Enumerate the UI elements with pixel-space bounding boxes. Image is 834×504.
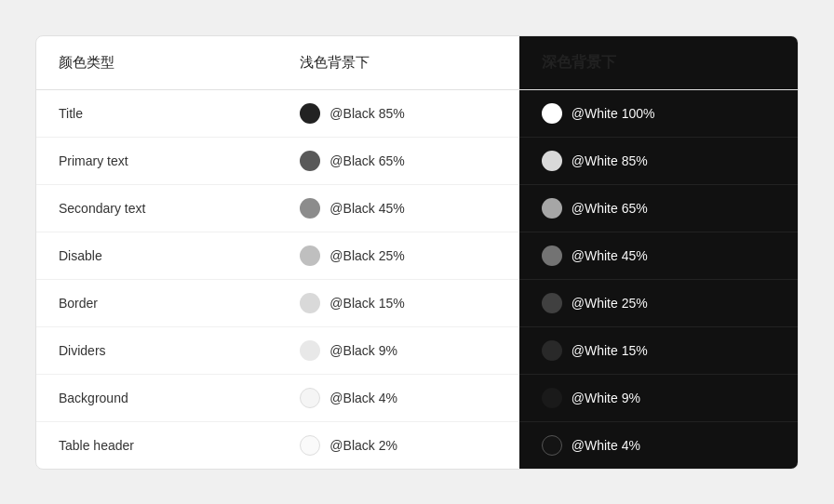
light-value-cell: @Black 9% bbox=[277, 326, 518, 374]
main-table: 颜色类型 浅色背景下 深色背景下 Title@Black 85%@White 1… bbox=[36, 36, 798, 469]
table-row: Table header@Black 2%@White 4% bbox=[36, 421, 798, 469]
dark-color-dot bbox=[542, 388, 562, 408]
light-color-label: @Black 25% bbox=[330, 248, 404, 263]
dark-color-label: @White 25% bbox=[572, 296, 648, 311]
dark-color-dot bbox=[542, 340, 562, 361]
light-color-dot bbox=[300, 151, 320, 171]
dark-color-label: @White 9% bbox=[572, 391, 640, 405]
light-color-label: @Black 2% bbox=[330, 438, 397, 453]
light-color-dot bbox=[300, 293, 320, 313]
dark-color-label: @White 65% bbox=[572, 201, 648, 216]
dark-value-cell: @White 100% bbox=[519, 89, 798, 137]
light-value-cell: @Black 4% bbox=[277, 374, 518, 421]
dark-value-cell: @White 65% bbox=[519, 184, 798, 232]
dark-color-dot bbox=[542, 151, 562, 171]
light-color-label: @Black 45% bbox=[330, 201, 404, 216]
header-type: 颜色类型 bbox=[36, 36, 277, 90]
dark-color-dot bbox=[542, 103, 562, 124]
header-light: 浅色背景下 bbox=[277, 36, 518, 90]
dark-value-cell: @White 45% bbox=[519, 232, 798, 279]
table-row: Background@Black 4%@White 9% bbox=[36, 374, 798, 421]
table-row: Primary text@Black 65%@White 85% bbox=[36, 137, 798, 184]
color-table: 颜色类型 浅色背景下 深色背景下 Title@Black 85%@White 1… bbox=[35, 35, 799, 470]
color-type-cell: Secondary text bbox=[36, 184, 277, 232]
table-row: Title@Black 85%@White 100% bbox=[36, 89, 798, 137]
light-color-label: @Black 9% bbox=[330, 343, 397, 358]
dark-color-dot bbox=[542, 198, 562, 219]
color-type-cell: Border bbox=[36, 279, 277, 326]
dark-color-label: @White 85% bbox=[572, 153, 648, 168]
dark-color-label: @White 45% bbox=[572, 248, 648, 263]
dark-color-dot bbox=[542, 435, 562, 456]
dark-color-label: @White 15% bbox=[572, 343, 648, 358]
light-value-cell: @Black 15% bbox=[277, 279, 518, 326]
dark-color-dot bbox=[542, 293, 562, 313]
light-color-label: @Black 65% bbox=[330, 153, 404, 168]
light-color-label: @Black 85% bbox=[330, 106, 404, 121]
light-color-dot bbox=[300, 198, 320, 219]
light-color-dot bbox=[300, 388, 320, 408]
dark-color-dot bbox=[542, 245, 562, 266]
color-type-cell: Dividers bbox=[36, 326, 277, 374]
color-type-cell: Primary text bbox=[36, 137, 277, 184]
color-type-cell: Disable bbox=[36, 232, 277, 279]
header-dark: 深色背景下 bbox=[519, 36, 798, 90]
light-color-dot bbox=[300, 103, 320, 124]
dark-color-label: @White 100% bbox=[572, 106, 655, 121]
dark-value-cell: @White 85% bbox=[519, 137, 798, 184]
light-value-cell: @Black 2% bbox=[277, 421, 518, 469]
color-type-cell: Table header bbox=[36, 421, 277, 469]
dark-value-cell: @White 9% bbox=[519, 374, 798, 421]
dark-value-cell: @White 25% bbox=[519, 279, 798, 326]
table-row: Border@Black 15%@White 25% bbox=[36, 279, 798, 326]
color-type-cell: Background bbox=[36, 374, 277, 421]
light-value-cell: @Black 65% bbox=[277, 137, 518, 184]
dark-value-cell: @White 4% bbox=[519, 421, 798, 469]
light-value-cell: @Black 85% bbox=[277, 89, 518, 137]
light-color-label: @Black 4% bbox=[330, 391, 397, 405]
table-row: Secondary text@Black 45%@White 65% bbox=[36, 184, 798, 232]
table-row: Dividers@Black 9%@White 15% bbox=[36, 326, 798, 374]
light-value-cell: @Black 25% bbox=[277, 232, 518, 279]
table-row: Disable@Black 25%@White 45% bbox=[36, 232, 798, 279]
dark-value-cell: @White 15% bbox=[519, 326, 798, 374]
dark-color-label: @White 4% bbox=[572, 438, 640, 453]
light-color-label: @Black 15% bbox=[330, 296, 404, 311]
light-color-dot bbox=[300, 340, 320, 361]
light-value-cell: @Black 45% bbox=[277, 184, 518, 232]
color-type-cell: Title bbox=[36, 89, 277, 137]
light-color-dot bbox=[300, 435, 320, 456]
light-color-dot bbox=[300, 245, 320, 266]
